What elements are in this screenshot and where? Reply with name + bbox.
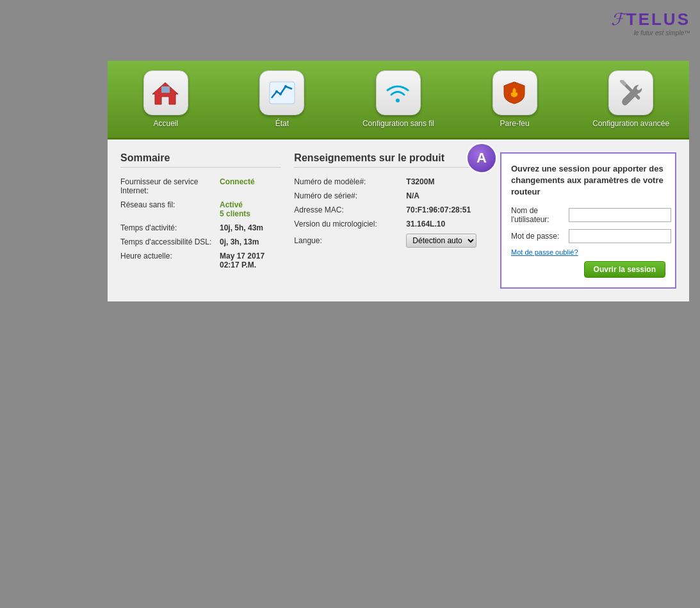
- accueil-icon-box: [143, 70, 188, 115]
- nav-item-etat[interactable]: État: [224, 67, 341, 131]
- telus-brand-name: TELUS: [626, 10, 690, 29]
- info-row-uptime: Temps d'activité: 10j, 5h, 43m: [120, 223, 281, 232]
- product-row-serial: Numéro de série#: N/A: [294, 191, 487, 200]
- product-panel: Renseignements sur le produit Numéro de …: [294, 152, 487, 289]
- firewall-icon-box: [492, 70, 537, 115]
- username-input[interactable]: [569, 208, 671, 222]
- isp-label: Fournisseur de service Internet:: [120, 177, 220, 195]
- info-row-dsl: Temps d'accessibilité DSL: 0j, 3h, 13m: [120, 237, 281, 246]
- tools-icon: [617, 80, 646, 106]
- isp-value: Connecté: [220, 177, 255, 195]
- time-value: May 17 2017 02:17 P.M.: [220, 252, 281, 269]
- telus-swoosh-icon: ℱ: [611, 10, 624, 29]
- password-label: Mot de passe:: [511, 232, 569, 241]
- dsl-value: 0j, 3h, 13m: [220, 237, 259, 246]
- nav-item-pare-feu[interactable]: Pare-feu: [457, 67, 573, 131]
- login-button[interactable]: Ouvrir la session: [584, 261, 665, 278]
- etat-icon-box: [259, 70, 304, 115]
- wifi-icon-box: [376, 70, 421, 115]
- username-field-row: Nom de l'utilisateur:: [511, 206, 665, 224]
- wifi-value: Activé5 clients: [220, 200, 250, 218]
- nav-label-pare-feu: Pare-feu: [500, 119, 530, 128]
- product-row-mac: Adresse MAC: 70:F1:96:07:28:51: [294, 205, 487, 214]
- nav-label-config-sans-fil: Configuration sans fil: [362, 119, 434, 128]
- model-value: T3200M: [406, 177, 434, 186]
- nav-item-config-sans-fil[interactable]: Configuration sans fil: [340, 67, 457, 131]
- telus-tagline: le futur est simple™: [634, 29, 690, 36]
- info-row-isp: Fournisseur de service Internet: Connect…: [120, 177, 281, 195]
- nav-label-config-avancee: Configuration avancée: [592, 119, 669, 128]
- firmware-value: 31.164L.10: [406, 220, 445, 228]
- product-row-langue: Langue: Détection auto Français English: [294, 234, 487, 248]
- main-container: Accueil État: [108, 61, 689, 301]
- product-title: Renseignements sur le produit: [294, 152, 487, 168]
- password-input[interactable]: [569, 229, 671, 243]
- login-btn-row: Ouvrir la session: [511, 261, 665, 278]
- serial-value: N/A: [406, 191, 419, 200]
- svg-point-3: [275, 90, 278, 93]
- svg-point-4: [279, 93, 282, 95]
- nav-label-accueil: Accueil: [153, 119, 178, 128]
- nav-label-etat: État: [275, 119, 289, 128]
- svg-line-8: [622, 81, 624, 84]
- tools-icon-box: [608, 70, 653, 115]
- time-label: Heure actuelle:: [120, 252, 220, 269]
- content-area: Sommaire Fournisseur de service Internet…: [108, 140, 689, 301]
- firmware-label: Version du micrologiciel:: [294, 220, 406, 228]
- dsl-label: Temps d'accessibilité DSL:: [120, 237, 220, 246]
- username-label: Nom de l'utilisateur:: [511, 206, 569, 224]
- uptime-value: 10j, 5h, 43m: [220, 223, 263, 232]
- nav-item-config-avancee[interactable]: Configuration avancée: [573, 67, 689, 131]
- serial-label: Numéro de série#:: [294, 191, 406, 200]
- avatar: A: [466, 143, 497, 173]
- svg-point-5: [284, 85, 287, 88]
- wifi-label: Réseau sans fil:: [120, 200, 220, 218]
- uptime-label: Temps d'activité:: [120, 223, 220, 232]
- mac-label: Adresse MAC:: [294, 205, 406, 214]
- langue-label: Langue:: [294, 236, 406, 245]
- info-row-wifi: Réseau sans fil: Activé5 clients: [120, 200, 281, 218]
- product-row-model: Numéro de modèle#: T3200M: [294, 177, 487, 186]
- password-field-row: Mot de passe:: [511, 229, 665, 243]
- wifi-icon: [384, 80, 412, 106]
- firewall-icon: [500, 80, 529, 106]
- login-panel: Ouvrez une session pour apporter des cha…: [500, 152, 676, 289]
- telus-logo: ℱ TELUS le futur est simple™: [611, 10, 690, 36]
- sommaire-panel: Sommaire Fournisseur de service Internet…: [120, 152, 281, 289]
- home-icon: [151, 80, 180, 106]
- svg-marker-0: [152, 83, 178, 104]
- info-row-time: Heure actuelle: May 17 2017 02:17 P.M.: [120, 252, 281, 269]
- avatar-letter: A: [476, 150, 487, 166]
- mac-value: 70:F1:96:07:28:51: [406, 205, 471, 214]
- langue-select[interactable]: Détection auto Français English: [406, 234, 476, 248]
- chart-icon: [268, 80, 297, 106]
- svg-point-6: [396, 99, 400, 102]
- forgot-password-link[interactable]: Mot de passe oublié?: [511, 248, 665, 256]
- nav-bar: Accueil État: [108, 61, 689, 140]
- sommaire-title: Sommaire: [120, 152, 281, 168]
- nav-item-accueil[interactable]: Accueil: [108, 67, 224, 131]
- svg-rect-1: [161, 86, 170, 93]
- product-row-firmware: Version du micrologiciel: 31.164L.10: [294, 220, 487, 228]
- login-title: Ouvrez une session pour apporter des cha…: [511, 163, 665, 198]
- model-label: Numéro de modèle#:: [294, 177, 406, 186]
